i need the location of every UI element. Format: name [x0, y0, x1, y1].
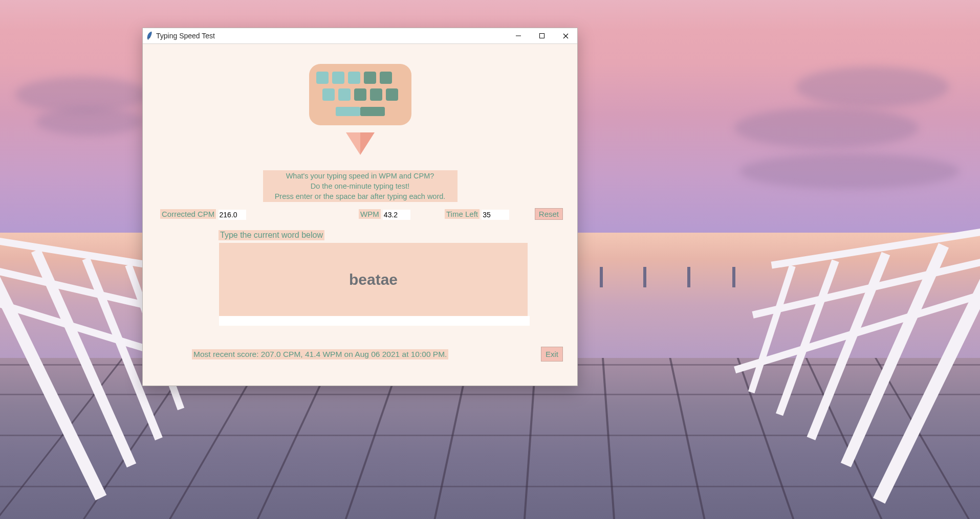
app-window: Typing Speed Test: [142, 28, 578, 386]
desktop-wallpaper: Typing Speed Test: [0, 0, 980, 519]
exit-button[interactable]: Exit: [541, 347, 563, 362]
typing-input[interactable]: [219, 316, 530, 326]
svg-rect-1: [540, 34, 545, 38]
wpm-label: WPM: [359, 209, 381, 219]
time-left-label: Time Left: [445, 209, 480, 219]
maximize-button[interactable]: [530, 28, 554, 43]
current-word: beatae: [349, 271, 398, 288]
feather-icon: [143, 31, 156, 40]
intro-text: What's your typing speed in WPM and CPM?…: [263, 170, 458, 202]
cpm-value: [219, 210, 246, 220]
current-word-box: beatae: [219, 243, 528, 316]
reset-button[interactable]: Reset: [535, 208, 563, 220]
minimize-button[interactable]: [507, 28, 530, 43]
wpm-value: [383, 210, 410, 220]
time-left-value: [482, 210, 509, 220]
type-prompt-label: Type the current word below: [219, 230, 324, 240]
svg-line-3: [563, 34, 568, 38]
close-button[interactable]: [554, 28, 577, 43]
window-title: Typing Speed Test: [156, 32, 215, 40]
cpm-label: Corrected CPM: [160, 209, 216, 219]
keyboard-illustration: [309, 64, 411, 132]
svg-line-2: [563, 34, 568, 38]
recent-score: Most recent score: 207.0 CPM, 41.4 WPM o…: [192, 349, 448, 359]
titlebar[interactable]: Typing Speed Test: [143, 28, 577, 44]
